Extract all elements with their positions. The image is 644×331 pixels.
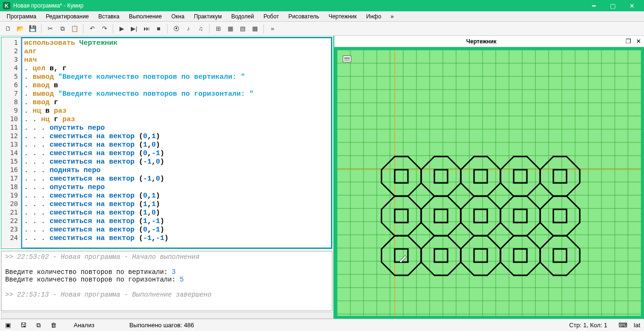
line-gutter: 123456789101112131415161718192021222324: [1, 37, 21, 248]
code-area[interactable]: использовать Чертежник алг нач . цел в, …: [21, 37, 332, 248]
panel-close-icon[interactable]: ✕: [636, 38, 641, 45]
status-save-icon[interactable]: 🖫: [19, 321, 27, 330]
file-new-button[interactable]: 🗋: [3, 24, 13, 34]
status-lang: lat: [634, 322, 640, 329]
close-button[interactable]: ✕: [622, 0, 641, 11]
toolbar: 🗋📂💾✂⧉📋↶↷▶▶|⏭■⦿♪♫⊞▦▧▩»: [0, 22, 644, 36]
menu-item[interactable]: Выполнение: [125, 12, 166, 21]
view-3-button[interactable]: ▧: [237, 24, 248, 34]
status-icon-1[interactable]: ▣: [4, 321, 12, 330]
toggle-2-button[interactable]: ♪: [183, 24, 194, 34]
drawing-canvas[interactable]: [337, 50, 641, 316]
window-titlebar: K Новая программа* - Кумир ━ ▢ ✕: [0, 0, 644, 11]
menu-item[interactable]: Робот: [260, 12, 283, 21]
menu-item[interactable]: Программа: [3, 12, 40, 21]
drawer-panel-title: Чертежник: [337, 38, 626, 45]
menu-item[interactable]: Инфо: [363, 12, 385, 21]
menu-bar: ПрограммаРедактированиеВставкаВыполнение…: [0, 11, 644, 22]
copy-button[interactable]: ⧉: [57, 24, 68, 34]
menu-item[interactable]: Окна: [168, 12, 188, 21]
menu-item[interactable]: Чертежник: [325, 12, 361, 21]
cut-button[interactable]: ✂: [45, 24, 55, 34]
step-over-button[interactable]: ⏭: [141, 24, 152, 34]
code-editor[interactable]: 123456789101112131415161718192021222324 …: [1, 37, 332, 249]
toggle-3-button[interactable]: ♫: [195, 24, 206, 34]
window-title: Новая программа* - Кумир: [13, 2, 585, 9]
status-trash-icon[interactable]: 🗑: [49, 321, 58, 330]
redo-button[interactable]: ↷: [99, 24, 110, 34]
menu-item[interactable]: Редактирование: [42, 12, 93, 21]
panel-restore-icon[interactable]: ❐: [626, 38, 631, 45]
view-2-button[interactable]: ▦: [225, 24, 236, 34]
paste-button[interactable]: 📋: [69, 24, 80, 34]
menu-item[interactable]: Практикум: [190, 12, 226, 21]
more-button[interactable]: »: [267, 24, 278, 34]
maximize-button[interactable]: ▢: [603, 0, 622, 11]
menu-item[interactable]: »: [387, 12, 398, 21]
step-button[interactable]: ▶|: [129, 24, 139, 34]
folder-open-button[interactable]: 📂: [15, 24, 25, 34]
status-bar: ▣ 🖫 ⧉ 🗑 Анализ Выполнено шагов: 486 Стр:…: [0, 319, 644, 331]
save-button[interactable]: 💾: [27, 24, 38, 34]
canvas-menu-icon[interactable]: [343, 56, 351, 62]
view-4-button[interactable]: ▩: [250, 24, 260, 34]
menu-item[interactable]: Вставка: [94, 12, 123, 21]
drawing-canvas-frame: [334, 47, 644, 319]
menu-item[interactable]: Рисователь: [285, 12, 323, 21]
run-button[interactable]: ▶: [117, 24, 127, 34]
status-keyboard-icon[interactable]: ⌨: [619, 321, 627, 330]
toggle-1-button[interactable]: ⦿: [171, 24, 181, 34]
horizontal-scrollbar[interactable]: [1, 312, 332, 319]
output-console[interactable]: >> 22:53:02 - Новая программа - Начало в…: [1, 251, 332, 311]
menu-item[interactable]: Водолей: [228, 12, 258, 21]
minimize-button[interactable]: ━: [585, 0, 603, 11]
undo-button[interactable]: ↶: [87, 24, 97, 34]
stop-button[interactable]: ■: [153, 24, 164, 34]
status-analysis: Анализ: [74, 322, 94, 329]
status-steps: Выполнено шагов: 486: [129, 322, 194, 329]
view-1-button[interactable]: ⊞: [213, 24, 223, 34]
status-cursor-pos: Стр: 1, Кол: 1: [569, 322, 607, 329]
app-logo-icon: K: [3, 2, 10, 9]
drawer-panel-header: Чертежник ❐ ✕: [334, 36, 644, 47]
status-copy-icon[interactable]: ⧉: [34, 321, 42, 330]
